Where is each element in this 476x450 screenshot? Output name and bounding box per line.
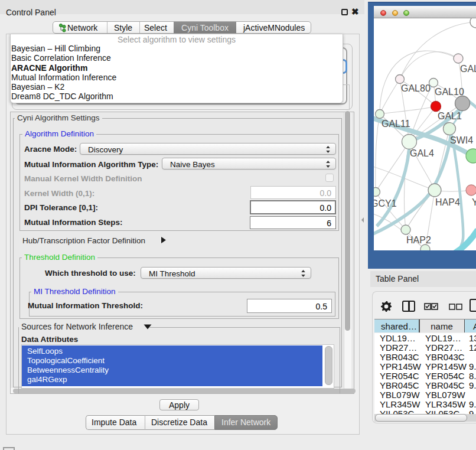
svg-text:GAL7: GAL7 [460, 64, 476, 74]
svg-text:GAL10: GAL10 [435, 87, 464, 97]
svg-text:SWI4: SWI4 [450, 135, 473, 145]
svg-text:GAL1: GAL1 [438, 111, 462, 121]
svg-text:GAL11: GAL11 [382, 119, 410, 129]
svg-text:GAL4: GAL4 [410, 148, 434, 158]
svg-text:Y: Y [472, 197, 476, 207]
svg-text:GCY1: GCY1 [374, 198, 397, 208]
svg-text:HAP2: HAP2 [406, 235, 431, 245]
svg-text:HAP4: HAP4 [435, 197, 460, 207]
svg-text:GAL80: GAL80 [401, 83, 431, 93]
